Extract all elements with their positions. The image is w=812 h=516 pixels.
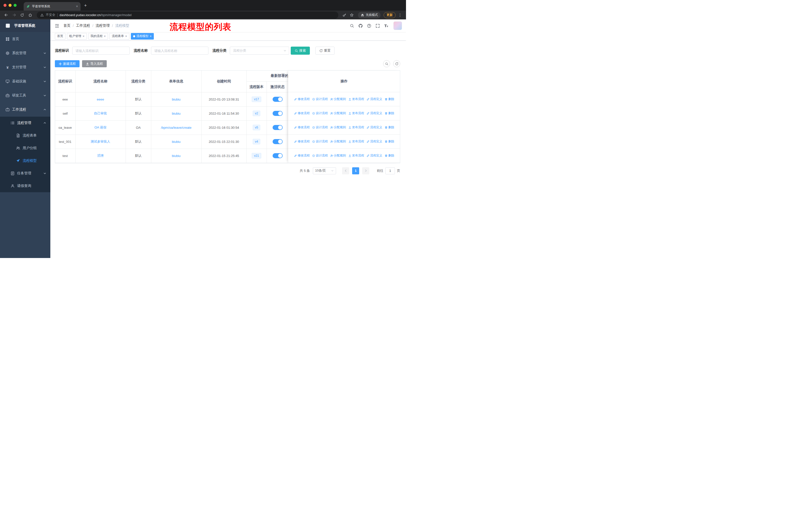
process-name-link[interactable]: 滔博: [97, 154, 104, 158]
assign-rule-link[interactable]: 分配规则: [330, 139, 346, 144]
reload-icon[interactable]: [19, 11, 26, 19]
edit-process-link[interactable]: 修改流程: [294, 97, 310, 101]
process-definition-link[interactable]: 流程定义: [367, 139, 382, 144]
form-info-link[interactable]: /bpm/oa/leave/create: [161, 126, 191, 130]
next-page-button[interactable]: [362, 167, 369, 174]
assign-rule-link[interactable]: 分配规则: [330, 97, 346, 101]
active-status-toggle[interactable]: [272, 153, 283, 158]
form-info-link[interactable]: biubiu: [172, 98, 181, 101]
browser-update-button[interactable]: 更新: [384, 12, 396, 18]
tag-首页[interactable]: 首页: [55, 33, 65, 39]
sidebar-item-system[interactable]: 系统管理: [0, 46, 50, 60]
active-status-toggle[interactable]: [272, 97, 283, 102]
active-status-toggle[interactable]: [272, 125, 283, 130]
process-name-input[interactable]: [151, 47, 208, 55]
refresh-table-button[interactable]: [393, 60, 400, 67]
browser-tab[interactable]: 芋道管理系统 ×: [24, 2, 81, 10]
process-name-link[interactable]: eeee: [97, 98, 104, 101]
star-icon[interactable]: [350, 13, 354, 17]
sidebar-item-workflow[interactable]: 工作流程: [0, 103, 50, 117]
forward-icon[interactable]: [10, 11, 18, 19]
zoom-window-button[interactable]: [13, 4, 17, 7]
publish-process-link[interactable]: 发布流程: [348, 111, 364, 115]
form-info-link[interactable]: biubiu: [172, 140, 181, 144]
process-definition-link[interactable]: 流程定义: [367, 154, 382, 158]
publish-process-link[interactable]: 发布流程: [348, 139, 364, 144]
goto-page-input[interactable]: 1: [385, 167, 395, 174]
version-badge[interactable]: v5: [253, 125, 261, 131]
active-status-toggle[interactable]: [272, 139, 283, 144]
tab-close-icon[interactable]: ×: [76, 4, 78, 8]
publish-process-link[interactable]: 发布流程: [348, 154, 364, 158]
sidebar-item-process-model[interactable]: 流程模型: [0, 155, 50, 167]
sidebar-item-user-group[interactable]: 用户分组: [0, 142, 50, 155]
search-icon[interactable]: [350, 24, 354, 28]
delete-process-link[interactable]: 删除: [385, 125, 395, 130]
form-info-link[interactable]: biubiu: [172, 154, 181, 158]
sidebar-item-devtools[interactable]: 研发工具: [0, 88, 50, 103]
prev-page-button[interactable]: [342, 167, 349, 174]
tag-close-icon[interactable]: ×: [125, 34, 127, 38]
design-process-link[interactable]: 设计流程: [312, 111, 328, 115]
home-icon[interactable]: [27, 11, 34, 19]
sidebar-item-task-management[interactable]: 任务管理: [0, 167, 50, 180]
publish-process-link[interactable]: 发布流程: [348, 125, 364, 130]
create-process-button[interactable]: 新建流程: [55, 60, 80, 67]
process-definition-link[interactable]: 流程定义: [367, 97, 382, 101]
user-avatar[interactable]: [394, 21, 402, 30]
process-definition-link[interactable]: 流程定义: [367, 125, 382, 130]
assign-rule-link[interactable]: 分配规则: [330, 125, 346, 130]
reset-button[interactable]: 重置: [315, 47, 335, 55]
delete-process-link[interactable]: 删除: [385, 154, 395, 158]
address-bar[interactable]: 不安全 dashboard.yudao.iocoder.cn/bpm/manag…: [37, 11, 338, 19]
version-badge[interactable]: v17: [252, 97, 261, 102]
delete-process-link[interactable]: 删除: [385, 139, 395, 144]
active-status-toggle[interactable]: [272, 111, 283, 116]
edit-process-link[interactable]: 修改流程: [294, 125, 310, 130]
assign-rule-link[interactable]: 分配规则: [330, 154, 346, 158]
process-definition-link[interactable]: 流程定义: [367, 111, 382, 115]
close-window-button[interactable]: [3, 4, 6, 7]
breadcrumb-item[interactable]: 流程管理: [96, 23, 110, 28]
help-icon[interactable]: [367, 24, 371, 28]
process-name-link[interactable]: 自己审批: [94, 111, 107, 115]
fullscreen-icon[interactable]: [375, 24, 380, 28]
search-button[interactable]: 搜索: [291, 47, 310, 55]
sidebar-item-leave-query[interactable]: 请假查询: [0, 180, 50, 192]
design-process-link[interactable]: 设计流程: [312, 125, 328, 130]
assign-rule-link[interactable]: 分配规则: [330, 111, 346, 115]
sidebar-item-home[interactable]: 首页: [0, 32, 50, 46]
version-badge[interactable]: v2: [253, 111, 261, 116]
browser-menu-icon[interactable]: ⋮: [398, 13, 402, 18]
sidebar-item-payment[interactable]: ¥支付管理: [0, 60, 50, 74]
sidebar-toggle-button[interactable]: [55, 23, 59, 28]
delete-process-link[interactable]: 删除: [385, 97, 395, 101]
new-tab-button[interactable]: +: [84, 3, 87, 8]
app-logo[interactable]: 芋道管理系统: [0, 19, 50, 32]
breadcrumb-item[interactable]: 首页: [63, 23, 70, 28]
design-process-link[interactable]: 设计流程: [312, 139, 328, 144]
page-size-select[interactable]: 10条/页: [313, 167, 336, 174]
delete-process-link[interactable]: 删除: [385, 111, 395, 115]
page-number-button[interactable]: 1: [352, 167, 359, 174]
font-size-icon[interactable]: [384, 24, 388, 28]
sidebar-item-process-form[interactable]: 流程表单: [0, 129, 50, 142]
github-icon[interactable]: [358, 24, 363, 28]
tag-流程模型[interactable]: 流程模型×: [131, 33, 154, 39]
edit-process-link[interactable]: 修改流程: [294, 139, 310, 144]
minimize-window-button[interactable]: [8, 4, 11, 7]
design-process-link[interactable]: 设计流程: [312, 154, 328, 158]
tag-close-icon[interactable]: ×: [83, 34, 85, 38]
sidebar-item-process-management[interactable]: 流程管理: [0, 117, 50, 129]
design-process-link[interactable]: 设计流程: [312, 97, 328, 101]
process-name-link[interactable]: 测试多审批人: [91, 140, 110, 143]
tag-close-icon[interactable]: ×: [150, 34, 152, 38]
process-category-select[interactable]: 流程分类: [230, 47, 289, 55]
edit-process-link[interactable]: 修改流程: [294, 154, 310, 158]
breadcrumb-item[interactable]: 工作流程: [76, 23, 90, 28]
tag-租户管理[interactable]: 租户管理×: [67, 33, 87, 39]
toggle-search-button[interactable]: [383, 60, 390, 67]
publish-process-link[interactable]: 发布流程: [348, 97, 364, 101]
version-badge[interactable]: v4: [253, 139, 261, 145]
tag-我的流程[interactable]: 我的流程×: [88, 33, 108, 39]
